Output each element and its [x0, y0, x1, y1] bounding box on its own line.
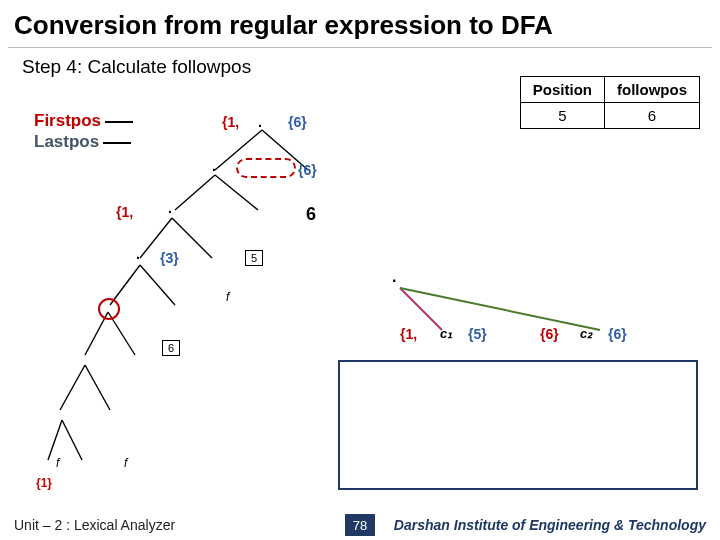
n3-firstpos: {1, [116, 204, 133, 220]
leaf-f3: f [124, 456, 127, 470]
leaf-f2: f [56, 456, 59, 470]
svg-line-11 [85, 365, 110, 410]
ov-c1: c₁ [440, 326, 452, 341]
th-position: Position [520, 77, 604, 103]
svg-line-14 [400, 288, 442, 330]
box-6: 6 [162, 340, 180, 356]
n4-dot: ∙ [136, 250, 140, 266]
n3-dot: ∙ [168, 204, 172, 220]
svg-line-15 [400, 288, 600, 330]
page-title: Conversion from regular expression to DF… [0, 0, 720, 47]
ov-c1-set: {5} [468, 326, 487, 342]
pos-6: 6 [306, 204, 316, 225]
leaf-f1: f [226, 290, 229, 304]
overlay-panel [338, 360, 698, 490]
svg-line-3 [215, 175, 258, 210]
ov-c2: c₂ [580, 326, 592, 341]
root-lastpos: {6} [288, 114, 307, 130]
syntax-tree: ∙ {1, {6} ∙ {6} ∙ {1, 6 ∙ {3} 5 f 6 f f … [0, 100, 720, 500]
footer: Unit – 2 : Lexical Analyzer 78 Darshan I… [0, 510, 720, 540]
box-5: 5 [245, 250, 263, 266]
ov-left-set: {1, [400, 326, 417, 342]
overlay-root-dot: ∙ [392, 272, 396, 290]
svg-line-7 [140, 265, 175, 305]
svg-line-10 [60, 365, 85, 410]
circle-node [98, 298, 120, 320]
footer-page-number: 78 [345, 514, 375, 536]
th-followpos: followpos [605, 77, 700, 103]
svg-line-12 [48, 420, 62, 460]
root-dot: ∙ [258, 118, 262, 134]
svg-line-2 [175, 175, 215, 210]
root-firstpos: {1, [222, 114, 239, 130]
footer-unit: Unit – 2 : Lexical Analyzer [0, 517, 175, 533]
n4-lastpos: {3} [160, 250, 179, 266]
svg-line-13 [62, 420, 82, 460]
footer-institute: Darshan Institute of Engineering & Techn… [394, 517, 720, 533]
ov-c2-set: {6} [608, 326, 627, 342]
leaf-set-1: {1} [36, 476, 52, 490]
ov-mid-set: {6} [540, 326, 559, 342]
n2-dot: ∙ [212, 162, 216, 178]
n2-lastpos: {6} [298, 162, 317, 178]
slide: Conversion from regular expression to DF… [0, 0, 720, 540]
hatch-oval [236, 158, 296, 178]
